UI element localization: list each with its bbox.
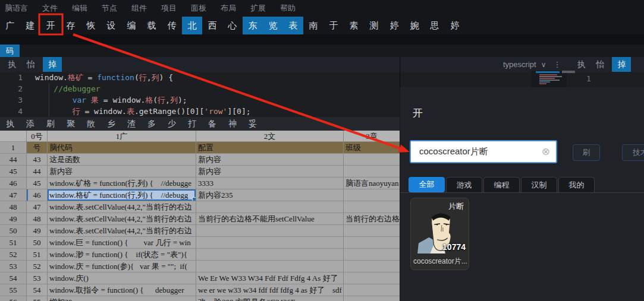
- table-cell[interactable]: 脑代码: [48, 142, 196, 154]
- table-cell[interactable]: 改se 验300 方即是名#C3436F: [196, 296, 344, 301]
- table-toolbar-button[interactable]: 少: [162, 117, 182, 131]
- table-toolbar-button[interactable]: 执: [0, 117, 20, 131]
- pane-tab[interactable]: 掉: [43, 57, 62, 72]
- category-tab[interactable]: 我的: [558, 177, 595, 192]
- toolbar-button[interactable]: 西: [202, 17, 222, 34]
- table-cell[interactable]: 配置: [196, 142, 344, 154]
- row-number-cell[interactable]: 51: [0, 237, 27, 249]
- table-cell[interactable]: 号: [27, 142, 48, 154]
- table-cell[interactable]: [344, 201, 400, 213]
- table-cell[interactable]: [344, 261, 400, 273]
- table-cell[interactable]: [196, 201, 344, 213]
- toolbar-button[interactable]: 婉: [404, 17, 425, 34]
- toolbar-button[interactable]: 恢: [81, 17, 101, 34]
- table-cell[interactable]: 增加?0: [48, 296, 196, 301]
- table-cell[interactable]: window.庆(): [48, 273, 196, 284]
- toolbar-button[interactable]: 建: [20, 17, 40, 34]
- row-number-cell[interactable]: 1: [0, 142, 27, 154]
- table-cell[interactable]: window.渺 = function() { if(状态 = "表"){: [48, 249, 196, 261]
- column-header[interactable]: 0号: [27, 131, 48, 142]
- toolbar-button[interactable]: 思: [425, 17, 445, 34]
- table-cell[interactable]: window.取指令 = function() { debugger: [48, 284, 196, 296]
- table-cell[interactable]: [344, 273, 400, 284]
- table-cell[interactable]: 45: [27, 178, 48, 189]
- table-toolbar-button[interactable]: 打: [182, 117, 202, 131]
- menu-item[interactable]: 脑语言: [5, 3, 28, 14]
- table-cell[interactable]: 新内容: [48, 166, 196, 178]
- row-number-cell[interactable]: 44: [0, 154, 27, 166]
- pane-tab[interactable]: 掉: [612, 57, 631, 72]
- table-cell[interactable]: 46: [27, 189, 48, 201]
- table-cell[interactable]: [196, 261, 344, 273]
- table-cell[interactable]: window.格矿 = function(行,列) { //debugg: [48, 189, 196, 201]
- category-tab[interactable]: 编程: [483, 177, 520, 192]
- toolbar-button[interactable]: 测: [364, 17, 384, 34]
- table-cell[interactable]: 52: [27, 261, 48, 273]
- table-cell[interactable]: 这是函数: [48, 154, 196, 166]
- table-cell[interactable]: window.表.setCellValue(44,2,"当前行的右边: [48, 213, 196, 225]
- column-header[interactable]: 2文: [196, 131, 344, 142]
- table-toolbar-button[interactable]: 聚: [61, 117, 81, 131]
- table-cell[interactable]: we er we w33 w34 fdf fdf fdfg 4 as 好了 sd…: [196, 284, 344, 296]
- row-number-cell[interactable]: 53: [0, 261, 27, 273]
- table-cell[interactable]: [344, 166, 400, 178]
- table-cell[interactable]: window.巨 = function() { var 几行 = win: [48, 237, 196, 249]
- toolbar-button[interactable]: 览: [263, 17, 283, 34]
- table-cell[interactable]: 新内容235: [196, 189, 344, 201]
- table-cell[interactable]: 47: [27, 201, 48, 213]
- table-cell[interactable]: [344, 154, 400, 166]
- table-cell[interactable]: [344, 249, 400, 261]
- table-cell[interactable]: 50: [27, 237, 48, 249]
- row-number-cell[interactable]: 48: [0, 201, 27, 213]
- table-cell[interactable]: window.庆 = function(参){ var 果 = ""; if(: [48, 261, 196, 273]
- table-cell[interactable]: 脑语言naoyuyan: [344, 178, 400, 189]
- table-cell[interactable]: window.矿格 = function(行,列) { //debugge: [48, 178, 196, 189]
- table-cell[interactable]: 当前行的右边格不能用setCellValue: [196, 213, 344, 225]
- menu-item[interactable]: 布局: [221, 3, 236, 14]
- table-cell[interactable]: 48: [27, 213, 48, 225]
- toolbar-button[interactable]: 存: [61, 17, 81, 34]
- pane-tab[interactable]: 怡: [593, 57, 607, 72]
- row-number-cell[interactable]: 55: [0, 284, 27, 296]
- table-toolbar-button[interactable]: 多: [142, 117, 162, 131]
- row-number-cell[interactable]: 45: [0, 166, 27, 178]
- row-number-cell[interactable]: 46: [0, 178, 27, 189]
- menu-item[interactable]: 面板: [191, 3, 206, 14]
- table-cell[interactable]: We Er We W33 W34 Fdf Fdf Fdfg 4 As 好了: [196, 273, 344, 284]
- toolbar-button[interactable]: 编: [121, 17, 142, 34]
- more-options-icon[interactable]: ⋮: [553, 60, 561, 69]
- clear-search-icon[interactable]: ⊗: [542, 147, 550, 157]
- toolbar-button[interactable]: 载: [142, 17, 162, 34]
- table-cell[interactable]: 49: [27, 225, 48, 237]
- table-cell[interactable]: [196, 225, 344, 237]
- tab-code-file[interactable]: 码: [0, 45, 20, 57]
- refresh-button[interactable]: 刷: [573, 144, 600, 161]
- toolbar-button[interactable]: 表: [283, 17, 303, 34]
- menu-item[interactable]: 组件: [131, 3, 147, 14]
- table-toolbar-button[interactable]: 妥: [243, 117, 263, 131]
- toolbar-button[interactable]: 设: [101, 17, 121, 34]
- row-number-cell[interactable]: 47: [0, 189, 27, 201]
- tech-button[interactable]: 技术: [622, 144, 644, 161]
- row-number-cell[interactable]: 52: [0, 249, 27, 261]
- table-cell[interactable]: 新内容: [196, 166, 344, 178]
- row-number-cell[interactable]: 54: [0, 273, 27, 284]
- toolbar-button[interactable]: 开: [40, 17, 61, 34]
- column-header[interactable]: 1广: [48, 131, 196, 142]
- menu-item[interactable]: 项目: [161, 3, 177, 14]
- toolbar-button[interactable]: 广: [0, 17, 20, 34]
- pane-tab[interactable]: 执: [574, 57, 588, 72]
- language-mode-selector[interactable]: typescript: [503, 60, 536, 69]
- table-toolbar-button[interactable]: 渣: [121, 117, 142, 131]
- table-toolbar-button[interactable]: 备: [202, 117, 222, 131]
- toolbar-button[interactable]: 婷: [445, 17, 465, 34]
- table-cell[interactable]: 当前行的右边格: [344, 213, 400, 225]
- table-corner-cell[interactable]: [0, 131, 27, 142]
- table-cell[interactable]: [196, 249, 344, 261]
- table-toolbar-button[interactable]: 乡: [101, 117, 121, 131]
- column-header[interactable]: 3章: [344, 131, 400, 142]
- table-toolbar-button[interactable]: 添: [20, 117, 40, 131]
- table-cell[interactable]: 54: [27, 284, 48, 296]
- toolbar-button[interactable]: 东: [243, 17, 263, 34]
- row-number-cell[interactable]: 56: [0, 296, 27, 301]
